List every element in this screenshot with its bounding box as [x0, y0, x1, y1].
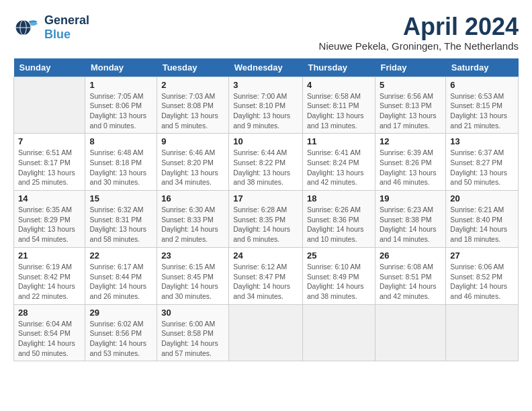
day-info: Sunrise: 6:12 AMSunset: 8:47 PMDaylight:…: [233, 262, 298, 302]
day-number: 1: [89, 80, 152, 90]
header-row: SundayMondayTuesdayWednesdayThursdayFrid…: [14, 58, 519, 77]
calendar-cell: 7Sunrise: 6:51 AMSunset: 8:17 PMDaylight…: [14, 134, 85, 191]
week-row-4: 21Sunrise: 6:19 AMSunset: 8:42 PMDayligh…: [14, 247, 519, 304]
calendar-cell: 29Sunrise: 6:02 AMSunset: 8:56 PMDayligh…: [85, 304, 157, 361]
day-info: Sunrise: 6:10 AMSunset: 8:49 PMDaylight:…: [307, 262, 371, 302]
month-title: April 2024: [319, 13, 519, 40]
header-thursday: Thursday: [302, 58, 375, 77]
day-number: 26: [380, 250, 441, 261]
day-number: 6: [450, 80, 514, 90]
day-number: 18: [307, 193, 371, 203]
calendar-cell: [14, 77, 85, 134]
day-info: Sunrise: 6:06 AMSunset: 8:52 PMDaylight:…: [450, 262, 514, 302]
day-info: Sunrise: 6:15 AMSunset: 8:45 PMDaylight:…: [161, 262, 224, 302]
day-number: 22: [89, 250, 152, 261]
header-saturday: Saturday: [446, 58, 519, 77]
day-info: Sunrise: 6:21 AMSunset: 8:40 PMDaylight:…: [450, 205, 514, 244]
calendar-cell: 27Sunrise: 6:06 AMSunset: 8:52 PMDayligh…: [446, 247, 519, 304]
header-wednesday: Wednesday: [229, 58, 303, 77]
day-number: 2: [161, 80, 224, 90]
day-info: Sunrise: 6:39 AMSunset: 8:26 PMDaylight:…: [380, 148, 441, 187]
logo-text: General Blue: [44, 13, 89, 42]
day-number: 16: [161, 193, 224, 203]
calendar-cell: 18Sunrise: 6:26 AMSunset: 8:36 PMDayligh…: [302, 191, 375, 248]
logo-icon: [13, 16, 40, 40]
day-number: 28: [18, 308, 81, 318]
calendar-cell: 24Sunrise: 6:12 AMSunset: 8:47 PMDayligh…: [229, 247, 303, 304]
day-number: 27: [450, 250, 514, 261]
calendar-table: SundayMondayTuesdayWednesdayThursdayFrid…: [13, 58, 519, 362]
day-info: Sunrise: 6:00 AMSunset: 8:58 PMDaylight:…: [161, 319, 224, 359]
day-number: 13: [450, 136, 514, 146]
calendar-cell: 25Sunrise: 6:10 AMSunset: 8:49 PMDayligh…: [302, 247, 375, 304]
day-number: 25: [307, 250, 371, 261]
day-info: Sunrise: 6:41 AMSunset: 8:24 PMDaylight:…: [307, 148, 371, 187]
calendar-cell: 15Sunrise: 6:32 AMSunset: 8:31 PMDayligh…: [85, 191, 157, 248]
calendar-cell: 19Sunrise: 6:23 AMSunset: 8:38 PMDayligh…: [375, 191, 445, 248]
title-section: April 2024 Nieuwe Pekela, Groningen, The…: [319, 13, 519, 52]
calendar-cell: 1Sunrise: 7:05 AMSunset: 8:06 PMDaylight…: [85, 77, 157, 134]
header-friday: Friday: [375, 58, 445, 77]
day-info: Sunrise: 6:08 AMSunset: 8:51 PMDaylight:…: [380, 262, 441, 302]
calendar-cell: 26Sunrise: 6:08 AMSunset: 8:51 PMDayligh…: [375, 247, 445, 304]
header-sunday: Sunday: [14, 58, 85, 77]
day-info: Sunrise: 6:32 AMSunset: 8:31 PMDaylight:…: [89, 205, 152, 244]
day-number: 20: [450, 193, 514, 203]
week-row-2: 7Sunrise: 6:51 AMSunset: 8:17 PMDaylight…: [14, 134, 519, 191]
day-number: 5: [380, 80, 441, 90]
day-number: 10: [233, 136, 298, 146]
day-info: Sunrise: 6:37 AMSunset: 8:27 PMDaylight:…: [450, 148, 514, 187]
day-info: Sunrise: 6:51 AMSunset: 8:17 PMDaylight:…: [18, 148, 81, 187]
day-number: 11: [307, 136, 371, 146]
calendar-cell: [302, 304, 375, 361]
week-row-5: 28Sunrise: 6:04 AMSunset: 8:54 PMDayligh…: [14, 304, 519, 361]
day-info: Sunrise: 6:04 AMSunset: 8:54 PMDaylight:…: [18, 319, 81, 359]
calendar-cell: 12Sunrise: 6:39 AMSunset: 8:26 PMDayligh…: [375, 134, 445, 191]
calendar-cell: 9Sunrise: 6:46 AMSunset: 8:20 PMDaylight…: [157, 134, 229, 191]
day-number: 4: [307, 80, 371, 90]
page-header: General Blue April 2024 Nieuwe Pekela, G…: [13, 13, 519, 52]
day-number: 17: [233, 193, 298, 203]
calendar-cell: 17Sunrise: 6:28 AMSunset: 8:35 PMDayligh…: [229, 191, 303, 248]
week-row-1: 1Sunrise: 7:05 AMSunset: 8:06 PMDaylight…: [14, 77, 519, 134]
day-info: Sunrise: 6:44 AMSunset: 8:22 PMDaylight:…: [233, 148, 298, 187]
calendar-cell: 13Sunrise: 6:37 AMSunset: 8:27 PMDayligh…: [446, 134, 519, 191]
day-info: Sunrise: 7:05 AMSunset: 8:06 PMDaylight:…: [89, 91, 152, 131]
calendar-cell: 16Sunrise: 6:30 AMSunset: 8:33 PMDayligh…: [157, 191, 229, 248]
calendar-cell: 5Sunrise: 6:56 AMSunset: 8:13 PMDaylight…: [375, 77, 445, 134]
day-info: Sunrise: 6:02 AMSunset: 8:56 PMDaylight:…: [89, 319, 152, 359]
calendar-cell: 6Sunrise: 6:53 AMSunset: 8:15 PMDaylight…: [446, 77, 519, 134]
day-info: Sunrise: 7:00 AMSunset: 8:10 PMDaylight:…: [233, 91, 298, 131]
day-number: 3: [233, 80, 298, 90]
day-info: Sunrise: 6:26 AMSunset: 8:36 PMDaylight:…: [307, 205, 371, 244]
calendar-cell: 30Sunrise: 6:00 AMSunset: 8:58 PMDayligh…: [157, 304, 229, 361]
logo: General Blue: [13, 13, 89, 42]
calendar-cell: 23Sunrise: 6:15 AMSunset: 8:45 PMDayligh…: [157, 247, 229, 304]
day-number: 21: [18, 250, 81, 261]
calendar-cell: 28Sunrise: 6:04 AMSunset: 8:54 PMDayligh…: [14, 304, 85, 361]
header-tuesday: Tuesday: [157, 58, 229, 77]
header-monday: Monday: [85, 58, 157, 77]
day-info: Sunrise: 6:19 AMSunset: 8:42 PMDaylight:…: [18, 262, 81, 302]
calendar-cell: [446, 304, 519, 361]
day-info: Sunrise: 6:58 AMSunset: 8:11 PMDaylight:…: [307, 91, 371, 131]
day-number: 24: [233, 250, 298, 261]
day-info: Sunrise: 6:56 AMSunset: 8:13 PMDaylight:…: [380, 91, 441, 131]
day-info: Sunrise: 6:23 AMSunset: 8:38 PMDaylight:…: [380, 205, 441, 244]
location-subtitle: Nieuwe Pekela, Groningen, The Netherland…: [319, 40, 519, 52]
calendar-cell: 2Sunrise: 7:03 AMSunset: 8:08 PMDaylight…: [157, 77, 229, 134]
day-number: 8: [89, 136, 152, 146]
day-info: Sunrise: 7:03 AMSunset: 8:08 PMDaylight:…: [161, 91, 224, 131]
day-info: Sunrise: 6:53 AMSunset: 8:15 PMDaylight:…: [450, 91, 514, 131]
calendar-cell: 10Sunrise: 6:44 AMSunset: 8:22 PMDayligh…: [229, 134, 303, 191]
week-row-3: 14Sunrise: 6:35 AMSunset: 8:29 PMDayligh…: [14, 191, 519, 248]
day-info: Sunrise: 6:28 AMSunset: 8:35 PMDaylight:…: [233, 205, 298, 244]
calendar-cell: 14Sunrise: 6:35 AMSunset: 8:29 PMDayligh…: [14, 191, 85, 248]
day-number: 14: [18, 193, 81, 203]
day-number: 9: [161, 136, 224, 146]
day-info: Sunrise: 6:48 AMSunset: 8:18 PMDaylight:…: [89, 148, 152, 187]
day-number: 7: [18, 136, 81, 146]
day-info: Sunrise: 6:17 AMSunset: 8:44 PMDaylight:…: [89, 262, 152, 302]
day-info: Sunrise: 6:46 AMSunset: 8:20 PMDaylight:…: [161, 148, 224, 187]
day-number: 30: [161, 308, 224, 318]
